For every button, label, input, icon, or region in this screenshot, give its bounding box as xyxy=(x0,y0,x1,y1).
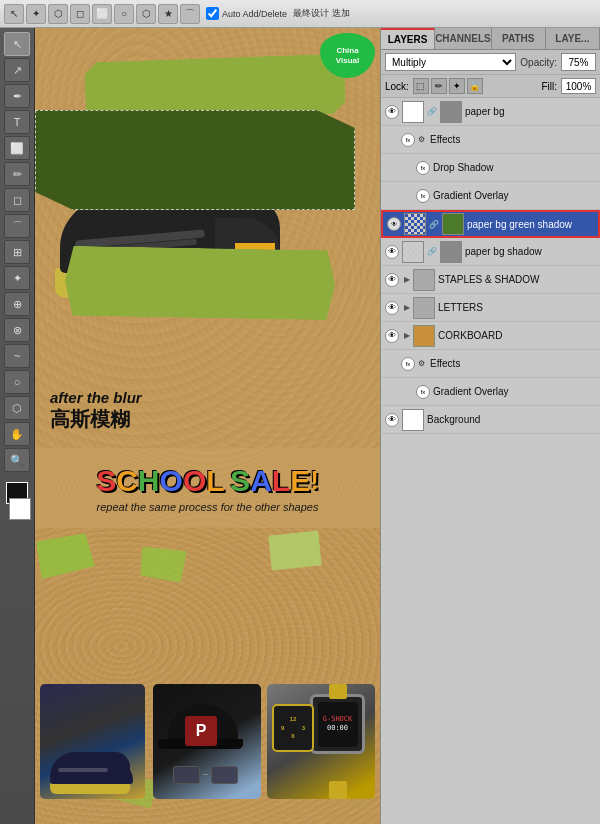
blur-text-en: after the blur xyxy=(50,389,142,406)
dodge-tool[interactable]: ○ xyxy=(4,370,30,394)
tab-laye[interactable]: LAYE... xyxy=(546,28,600,49)
toolbar-shape-icon[interactable]: ◻ xyxy=(70,4,90,24)
layer-paper-bg[interactable]: 👁 🔗 paper bg xyxy=(381,98,600,126)
toolbar-poly-icon[interactable]: ⬡ xyxy=(136,4,156,24)
layer-corkboard[interactable]: 👁 ▶ CORKBOARD xyxy=(381,322,600,350)
layer-staples-shadow[interactable]: 👁 ▶ STAPLES & SHADOW xyxy=(381,266,600,294)
visibility-background[interactable]: 👁 xyxy=(385,413,399,427)
tab-paths[interactable]: PATHS xyxy=(492,28,546,49)
visibility-grad-overlay-1[interactable]: fx xyxy=(416,189,430,203)
direct-select-tool[interactable]: ↗ xyxy=(4,58,30,82)
paper-accent-3 xyxy=(268,530,321,570)
eraser-tool[interactable]: ◻ xyxy=(4,188,30,212)
toolbar-curve-icon[interactable]: ⌒ xyxy=(180,4,200,24)
name-gradient-overlay-1: Gradient Overlay xyxy=(433,190,509,201)
toolbar-pen-icon[interactable]: ✦ xyxy=(26,4,46,24)
zoom-tool[interactable]: 🔍 xyxy=(4,448,30,472)
toolbar-arrow-icon[interactable]: ↖ xyxy=(4,4,24,24)
blend-mode-select[interactable]: Multiply xyxy=(385,53,516,71)
type-tool[interactable]: T xyxy=(4,110,30,134)
letter-exclaim: ! xyxy=(310,465,319,496)
school-sale-band: S C H O O L S A L E ! repeat the same pr… xyxy=(35,448,380,528)
left-tool-panel: ↖ ↗ ✒ T ⬜ ✏ ◻ ⌒ ⊞ ✦ ⊕ ⊗ ~ ○ ⬡ ✋ 🔍 xyxy=(0,28,35,824)
jz4ue-line2: jz4ue.com xyxy=(332,811,376,822)
lock-position-btn[interactable]: ✦ xyxy=(449,78,465,94)
layer-effects-2[interactable]: fx ⚙ Effects xyxy=(381,350,600,378)
name-corkboard: CORKBOARD xyxy=(438,330,502,341)
canvas-area: after the blur 高斯模糊 S C H O O L S A L E … xyxy=(35,28,380,824)
thumb-paper-bg-shadow xyxy=(402,241,424,263)
clone-tool[interactable]: ⊗ xyxy=(4,318,30,342)
toolbar-star-icon[interactable]: ★ xyxy=(158,4,178,24)
mode-label-2: 迭加 xyxy=(332,7,350,20)
tab-layers[interactable]: LAYERS xyxy=(381,28,435,49)
toolbar: ↖ ✦ ⬡ ◻ ⬜ ○ ⬡ ★ ⌒ Auto Add/Delete 最终设计 迭… xyxy=(0,0,600,28)
smudge-tool[interactable]: ~ xyxy=(4,344,30,368)
visibility-drop-shadow[interactable]: fx xyxy=(416,161,430,175)
layer-letters[interactable]: 👁 ▶ LETTERS xyxy=(381,294,600,322)
auto-add-label: Auto Add/Delete xyxy=(222,9,287,19)
auto-add-delete-checkbox[interactable] xyxy=(206,7,219,20)
lock-image-btn[interactable]: ✏ xyxy=(431,78,447,94)
heal-tool[interactable]: ⊕ xyxy=(4,292,30,316)
layer-background[interactable]: 👁 Background xyxy=(381,406,600,434)
toolbar-ellipse-icon[interactable]: ○ xyxy=(114,4,134,24)
layer-paper-bg-green-shadow[interactable]: 👁 🔗 paper bg green shadow xyxy=(381,210,600,238)
tab-channels[interactable]: CHANNELS xyxy=(435,28,492,49)
toolbar-node-icon[interactable]: ⬡ xyxy=(48,4,68,24)
letter-S2: S xyxy=(230,464,250,498)
hand-tool[interactable]: ✋ xyxy=(4,422,30,446)
path-tool[interactable]: ⬡ xyxy=(4,396,30,420)
visibility-corkboard[interactable]: 👁 xyxy=(385,329,399,343)
lock-transparent-btn[interactable]: ⬚ xyxy=(413,78,429,94)
folder-arrow-staples[interactable]: ▶ xyxy=(404,275,410,284)
layers-list: 👁 🔗 paper bg fx ⚙ Effects fx Drop Shadow… xyxy=(381,98,600,819)
brush-tool[interactable]: ✏ xyxy=(4,162,30,186)
visibility-grad-overlay-2[interactable]: fx xyxy=(416,385,430,399)
layer-paper-bg-shadow[interactable]: 👁 🔗 paper bg shadow xyxy=(381,238,600,266)
layer-gradient-overlay-2[interactable]: fx Gradient Overlay xyxy=(381,378,600,406)
jz4ue-line1: 建艺 xyxy=(332,797,376,811)
shape-tool[interactable]: ⬜ xyxy=(4,136,30,160)
select-tool[interactable]: ↖ xyxy=(4,32,30,56)
visibility-letters[interactable]: 👁 xyxy=(385,301,399,315)
layer-drop-shadow[interactable]: fx Drop Shadow xyxy=(381,154,600,182)
visibility-staples[interactable]: 👁 xyxy=(385,273,399,287)
thumb2-paper-bg-shadow xyxy=(440,241,462,263)
name-paper-bg-shadow: paper bg shadow xyxy=(465,246,542,257)
lock-icons: ⬚ ✏ ✦ 🔒 xyxy=(413,78,483,94)
repeat-text: repeat the same process for the other sh… xyxy=(97,501,319,513)
move-tool[interactable]: ✦ xyxy=(4,266,30,290)
lock-all-btn[interactable]: 🔒 xyxy=(467,78,483,94)
pen-tool[interactable]: ✒ xyxy=(4,84,30,108)
visibility-green-shadow[interactable]: 👁 xyxy=(387,217,401,231)
crop-tool[interactable]: ⊞ xyxy=(4,240,30,264)
name-letters: LETTERS xyxy=(438,302,483,313)
lasso-tool[interactable]: ⌒ xyxy=(4,214,30,238)
name-paper-bg-green-shadow: paper bg green shadow xyxy=(467,219,572,230)
jz4ue-watermark: 建艺 jz4ue.com xyxy=(332,797,376,822)
layer-effects-1[interactable]: fx ⚙ Effects xyxy=(381,126,600,154)
mode-label-1: 最终设计 xyxy=(293,7,329,20)
thumb-paper-bg xyxy=(402,101,424,123)
visibility-paper-bg[interactable]: 👁 xyxy=(385,105,399,119)
toolbar-rect-icon[interactable]: ⬜ xyxy=(92,4,112,24)
layer-gradient-overlay-1[interactable]: fx Gradient Overlay xyxy=(381,182,600,210)
letter-H: H xyxy=(138,464,160,498)
name-paper-bg: paper bg xyxy=(465,106,504,117)
folder-arrow-letters[interactable]: ▶ xyxy=(404,303,410,312)
opacity-input[interactable]: 75% xyxy=(561,53,596,71)
visibility-effects-1[interactable]: fx xyxy=(401,133,415,147)
thumb2-green-shadow xyxy=(442,213,464,235)
folder-arrow-corkboard[interactable]: ▶ xyxy=(404,331,410,340)
background-color[interactable] xyxy=(9,498,31,520)
fill-input[interactable]: 100% xyxy=(561,78,596,94)
layers-tabs: LAYERS CHANNELS PATHS LAYE... xyxy=(381,28,600,50)
thumb-green-shadow xyxy=(404,213,426,235)
china-text: China xyxy=(336,46,358,56)
visibility-effects-2[interactable]: fx xyxy=(401,357,415,371)
blend-mode-row: Multiply Opacity: 75% xyxy=(381,50,600,75)
green-paper-shape-3 xyxy=(64,246,335,321)
link-green-shadow: 🔗 xyxy=(429,213,439,235)
visibility-paper-bg-shadow[interactable]: 👁 xyxy=(385,245,399,259)
